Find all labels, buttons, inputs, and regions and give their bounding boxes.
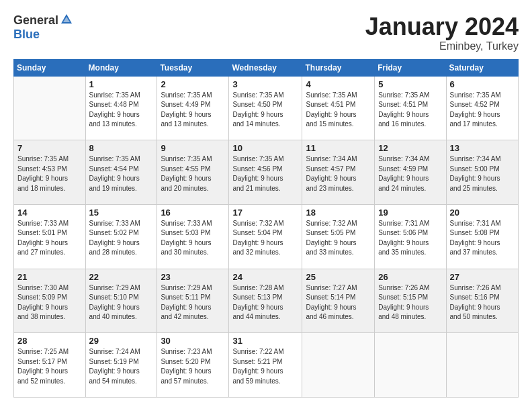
calendar-week-row: 7Sunrise: 7:35 AM Sunset: 4:53 PM Daylig…: [14, 140, 519, 205]
table-row: 5Sunrise: 7:35 AM Sunset: 4:51 PM Daylig…: [375, 76, 446, 140]
day-info: Sunrise: 7:35 AM Sunset: 4:51 PM Dayligh…: [306, 91, 371, 130]
table-row: 25Sunrise: 7:27 AM Sunset: 5:14 PM Dayli…: [302, 269, 375, 333]
day-info: Sunrise: 7:35 AM Sunset: 4:51 PM Dayligh…: [378, 91, 442, 130]
month-title: January 2024: [365, 13, 519, 40]
table-row: 8Sunrise: 7:35 AM Sunset: 4:54 PM Daylig…: [85, 140, 157, 205]
day-info: Sunrise: 7:34 AM Sunset: 5:00 PM Dayligh…: [450, 154, 515, 193]
table-row: 22Sunrise: 7:29 AM Sunset: 5:10 PM Dayli…: [85, 269, 157, 333]
table-row: 15Sunrise: 7:33 AM Sunset: 5:02 PM Dayli…: [85, 204, 157, 269]
table-row: 2Sunrise: 7:35 AM Sunset: 4:49 PM Daylig…: [157, 76, 229, 140]
table-row: 11Sunrise: 7:34 AM Sunset: 4:57 PM Dayli…: [302, 140, 375, 205]
header-monday: Monday: [85, 59, 157, 76]
day-info: Sunrise: 7:30 AM Sunset: 5:09 PM Dayligh…: [17, 283, 82, 322]
day-info: Sunrise: 7:24 AM Sunset: 5:19 PM Dayligh…: [89, 347, 154, 386]
table-row: [302, 333, 375, 398]
table-row: 23Sunrise: 7:29 AM Sunset: 5:11 PM Dayli…: [157, 269, 229, 333]
day-info: Sunrise: 7:35 AM Sunset: 4:50 PM Dayligh…: [232, 91, 298, 130]
table-row: 17Sunrise: 7:32 AM Sunset: 5:04 PM Dayli…: [229, 204, 302, 269]
calendar-table: Sunday Monday Tuesday Wednesday Thursday…: [13, 59, 519, 398]
page: General Blue January 2024 Eminbey, Turke…: [0, 0, 532, 411]
day-number: 14: [17, 208, 82, 218]
table-row: 18Sunrise: 7:32 AM Sunset: 5:05 PM Dayli…: [302, 204, 375, 269]
day-number: 5: [378, 79, 442, 89]
table-row: 1Sunrise: 7:35 AM Sunset: 4:48 PM Daylig…: [85, 76, 157, 140]
day-number: 24: [232, 272, 298, 282]
day-number: 11: [306, 143, 371, 153]
day-info: Sunrise: 7:35 AM Sunset: 4:55 PM Dayligh…: [161, 154, 225, 193]
day-info: Sunrise: 7:35 AM Sunset: 4:48 PM Dayligh…: [89, 91, 154, 130]
table-row: 27Sunrise: 7:26 AM Sunset: 5:16 PM Dayli…: [446, 269, 518, 333]
table-row: 3Sunrise: 7:35 AM Sunset: 4:50 PM Daylig…: [229, 76, 302, 140]
day-info: Sunrise: 7:34 AM Sunset: 4:57 PM Dayligh…: [306, 154, 371, 193]
day-number: 12: [378, 143, 442, 153]
calendar-week-row: 1Sunrise: 7:35 AM Sunset: 4:48 PM Daylig…: [14, 76, 519, 140]
title-block: January 2024 Eminbey, Turkey: [365, 13, 519, 52]
table-row: 20Sunrise: 7:31 AM Sunset: 5:08 PM Dayli…: [446, 204, 518, 269]
day-info: Sunrise: 7:26 AM Sunset: 5:16 PM Dayligh…: [450, 283, 515, 322]
day-number: 25: [306, 272, 371, 282]
day-number: 28: [17, 336, 82, 346]
day-number: 20: [450, 208, 515, 218]
day-number: 3: [232, 79, 298, 89]
table-row: 9Sunrise: 7:35 AM Sunset: 4:55 PM Daylig…: [157, 140, 229, 205]
day-info: Sunrise: 7:33 AM Sunset: 5:02 PM Dayligh…: [89, 219, 154, 258]
day-info: Sunrise: 7:25 AM Sunset: 5:17 PM Dayligh…: [17, 347, 82, 386]
logo: General Blue: [13, 13, 73, 42]
day-number: 29: [89, 336, 154, 346]
day-number: 18: [306, 208, 371, 218]
day-info: Sunrise: 7:35 AM Sunset: 4:54 PM Dayligh…: [89, 154, 154, 193]
table-row: 31Sunrise: 7:22 AM Sunset: 5:21 PM Dayli…: [229, 333, 302, 398]
table-row: 7Sunrise: 7:35 AM Sunset: 4:53 PM Daylig…: [14, 140, 86, 205]
day-info: Sunrise: 7:35 AM Sunset: 4:53 PM Dayligh…: [17, 154, 82, 193]
table-row: 10Sunrise: 7:35 AM Sunset: 4:56 PM Dayli…: [229, 140, 302, 205]
calendar-header-row: Sunday Monday Tuesday Wednesday Thursday…: [14, 59, 519, 76]
day-number: 2: [161, 79, 225, 89]
table-row: [14, 76, 86, 140]
calendar-week-row: 21Sunrise: 7:30 AM Sunset: 5:09 PM Dayli…: [14, 269, 519, 333]
day-number: 8: [89, 143, 154, 153]
logo-icon: [60, 13, 73, 26]
table-row: 19Sunrise: 7:31 AM Sunset: 5:06 PM Dayli…: [375, 204, 446, 269]
day-number: 1: [89, 79, 154, 89]
header: General Blue January 2024 Eminbey, Turke…: [13, 13, 519, 52]
day-info: Sunrise: 7:27 AM Sunset: 5:14 PM Dayligh…: [306, 283, 371, 322]
day-number: 17: [232, 208, 298, 218]
subtitle: Eminbey, Turkey: [365, 40, 519, 52]
day-info: Sunrise: 7:22 AM Sunset: 5:21 PM Dayligh…: [232, 347, 298, 386]
day-number: 16: [161, 208, 225, 218]
day-info: Sunrise: 7:35 AM Sunset: 4:52 PM Dayligh…: [450, 91, 515, 130]
day-number: 13: [450, 143, 515, 153]
table-row: 13Sunrise: 7:34 AM Sunset: 5:00 PM Dayli…: [446, 140, 518, 205]
day-number: 4: [306, 79, 371, 89]
day-number: 7: [17, 143, 82, 153]
day-number: 23: [161, 272, 225, 282]
day-info: Sunrise: 7:34 AM Sunset: 4:59 PM Dayligh…: [378, 154, 442, 193]
table-row: 6Sunrise: 7:35 AM Sunset: 4:52 PM Daylig…: [446, 76, 518, 140]
day-info: Sunrise: 7:29 AM Sunset: 5:10 PM Dayligh…: [89, 283, 154, 322]
day-number: 15: [89, 208, 154, 218]
day-number: 31: [232, 336, 298, 346]
day-info: Sunrise: 7:35 AM Sunset: 4:56 PM Dayligh…: [232, 154, 298, 193]
header-tuesday: Tuesday: [157, 59, 229, 76]
day-number: 27: [450, 272, 515, 282]
day-number: 6: [450, 79, 515, 89]
day-number: 30: [161, 336, 225, 346]
day-number: 19: [378, 208, 442, 218]
day-info: Sunrise: 7:31 AM Sunset: 5:06 PM Dayligh…: [378, 219, 442, 258]
day-info: Sunrise: 7:31 AM Sunset: 5:08 PM Dayligh…: [450, 219, 515, 258]
table-row: 28Sunrise: 7:25 AM Sunset: 5:17 PM Dayli…: [14, 333, 86, 398]
table-row: [375, 333, 446, 398]
day-info: Sunrise: 7:23 AM Sunset: 5:20 PM Dayligh…: [161, 347, 225, 386]
table-row: 24Sunrise: 7:28 AM Sunset: 5:13 PM Dayli…: [229, 269, 302, 333]
day-info: Sunrise: 7:33 AM Sunset: 5:01 PM Dayligh…: [17, 219, 82, 258]
table-row: 12Sunrise: 7:34 AM Sunset: 4:59 PM Dayli…: [375, 140, 446, 205]
day-info: Sunrise: 7:35 AM Sunset: 4:49 PM Dayligh…: [161, 91, 225, 130]
day-info: Sunrise: 7:26 AM Sunset: 5:15 PM Dayligh…: [378, 283, 442, 322]
header-saturday: Saturday: [446, 59, 518, 76]
day-info: Sunrise: 7:32 AM Sunset: 5:05 PM Dayligh…: [306, 219, 371, 258]
table-row: 21Sunrise: 7:30 AM Sunset: 5:09 PM Dayli…: [14, 269, 86, 333]
day-number: 26: [378, 272, 442, 282]
table-row: 26Sunrise: 7:26 AM Sunset: 5:15 PM Dayli…: [375, 269, 446, 333]
header-sunday: Sunday: [14, 59, 86, 76]
table-row: 14Sunrise: 7:33 AM Sunset: 5:01 PM Dayli…: [14, 204, 86, 269]
